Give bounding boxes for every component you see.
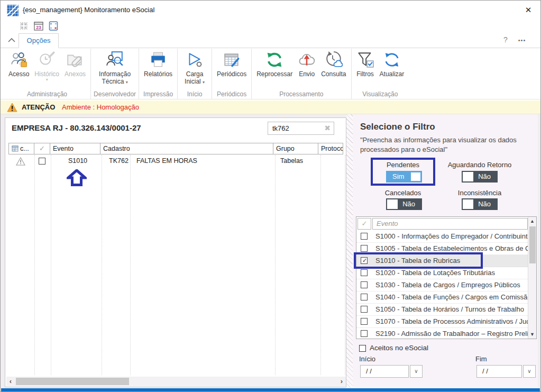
group-caption: Desenvolvedor <box>91 90 139 98</box>
consulta-button[interactable]: Consulta <box>318 50 349 78</box>
filtros-button[interactable]: Filtros <box>354 50 377 78</box>
app-window: {eso_management} Monitoramento eSocial ✕… <box>0 0 541 392</box>
event-checkbox[interactable] <box>361 233 368 240</box>
group-caption: Administração <box>4 90 90 98</box>
toggle-aguardando-retorno[interactable]: Não <box>462 171 498 183</box>
event-row[interactable]: S2190 - Admissão de Trabalhador – Regist… <box>356 328 529 339</box>
event-label: S1000 - Informações do Empregador / Cont… <box>375 232 531 240</box>
cloud-upload-icon <box>298 51 316 69</box>
play-gear-icon <box>186 51 204 69</box>
app-logo-icon <box>7 5 19 16</box>
check-icon: ✓ <box>39 144 45 152</box>
chevron-up-icon[interactable] <box>6 34 17 46</box>
warning-icon <box>7 103 17 112</box>
event-checkbox[interactable] <box>361 306 368 313</box>
scrollbar-thumb[interactable] <box>529 226 536 263</box>
toggle-value: Sim <box>392 171 404 183</box>
tab-opcoes[interactable]: Opções <box>19 33 59 48</box>
warning-title: ATENÇÃO <box>22 101 55 114</box>
dropdown-icon: ▾ <box>203 80 205 85</box>
chevron-down-icon: ∨ <box>414 368 418 374</box>
event-checkbox[interactable] <box>361 257 368 264</box>
toggle-pendentes[interactable]: Sim <box>386 171 422 183</box>
check-icon: ✓ <box>362 220 368 227</box>
acesso-button[interactable]: Acesso <box>6 50 32 78</box>
toggle-cancelados[interactable]: Não <box>386 198 422 210</box>
bottom-accent-bar <box>1 388 540 392</box>
scrollbar-thumb[interactable] <box>16 378 129 385</box>
column-header-check[interactable]: ✓ <box>34 143 50 154</box>
informacao-tecnica-button[interactable]: Informação Técnica ▾ <box>93 50 136 85</box>
event-checkbox[interactable] <box>361 269 368 276</box>
cell-cadastro-codigo: TK762 <box>109 157 129 165</box>
scroll-left-icon[interactable]: ‹ <box>6 377 15 386</box>
event-row[interactable]: S1050 - Tabela de Horários / Turnos de T… <box>356 304 529 316</box>
event-list-scrollbar[interactable]: ▲ ▼ <box>528 217 536 339</box>
filter-check-icon <box>356 51 374 69</box>
company-header: EMPRESA RJ - 80.326.143/0001-27 <box>12 123 141 132</box>
table-row[interactable]: S1010 TK762 FALTAS EM HORAS Tabelas <box>8 156 345 168</box>
cell-evento: S1010 <box>51 157 105 165</box>
event-checkbox[interactable] <box>361 294 368 300</box>
anexos-button[interactable]: Anexos <box>62 50 88 78</box>
group-caption: Periódicos <box>212 90 251 98</box>
periodicos-button[interactable]: Periódicos <box>214 50 249 78</box>
column-header-evento[interactable]: Evento <box>50 143 100 154</box>
group-caption: Visualização <box>352 90 409 98</box>
event-row[interactable]: S1000 - Informações do Empregador / Cont… <box>356 231 529 243</box>
event-list-header: ✓ Evento <box>356 217 529 231</box>
scroll-down-icon[interactable]: ▼ <box>528 330 536 339</box>
search-input[interactable] <box>272 123 318 133</box>
toggle-inconsistencia[interactable]: Não <box>462 198 498 210</box>
help-icon[interactable]: ? <box>500 35 511 44</box>
column-header-protocolo[interactable]: Protocolo <box>318 143 343 154</box>
collapse-icon[interactable] <box>19 21 29 31</box>
ribbon-group-periodicos: Periódicos Periódicos <box>212 49 252 99</box>
event-label: S1030 - Tabela de Cargos / Empregos Públ… <box>375 281 520 289</box>
reprocessar-button[interactable]: Reprocessar <box>254 50 295 78</box>
column-separator <box>320 155 321 375</box>
event-checkbox[interactable] <box>361 281 368 288</box>
event-checkbox[interactable] <box>361 245 368 252</box>
fim-date-field[interactable]: / / <box>476 365 522 378</box>
row-checkbox[interactable] <box>39 158 45 165</box>
event-row[interactable]: S1040 - Tabela de Funções / Cargos em Co… <box>356 291 529 304</box>
calculator-icon[interactable] <box>48 21 59 31</box>
horizontal-scrollbar[interactable]: ‹ › <box>6 377 346 386</box>
relatorios-button[interactable]: Relatórios <box>141 50 175 78</box>
event-checkbox[interactable] <box>361 330 368 337</box>
column-header-c[interactable]: c... <box>8 143 34 154</box>
event-row[interactable]: S1010 - Tabela de Rubricas <box>356 255 529 267</box>
event-checkbox[interactable] <box>361 318 368 325</box>
panel-splitter[interactable] <box>346 114 353 388</box>
envio-button[interactable]: Envio <box>295 50 318 78</box>
event-list-check-header[interactable]: ✓ <box>357 218 371 230</box>
inicio-dropdown-button[interactable]: ∨ <box>410 365 423 378</box>
folder-paperclip-icon <box>66 51 84 69</box>
column-header-grupo[interactable]: Grupo <box>273 143 318 154</box>
group-caption: Impressão <box>139 90 177 98</box>
annotation-arrow-icon <box>67 169 87 186</box>
event-label: S2190 - Admissão de Trabalhador – Regist… <box>375 330 537 338</box>
close-button[interactable]: ✕ <box>520 4 536 16</box>
inicio-date-field[interactable]: / / <box>360 365 409 378</box>
search-box: ✖ <box>268 122 334 135</box>
event-row[interactable]: S1070 - Tabela de Processos Administrati… <box>356 316 529 328</box>
scroll-up-icon[interactable]: ▲ <box>528 217 536 225</box>
event-row[interactable]: S1020 - Tabela de Lotações Tributárias <box>356 267 529 279</box>
carga-inicial-button[interactable]: Carga Inicial ▾ <box>180 50 209 85</box>
scroll-right-icon[interactable]: › <box>337 377 346 386</box>
atualizar-button[interactable]: Atualizar <box>377 50 407 78</box>
event-row[interactable]: S1005 - Tabela de Estabelecimentos e Obr… <box>356 243 529 255</box>
aceitos-checkbox[interactable] <box>359 345 366 352</box>
clear-search-icon[interactable]: ✖ <box>324 124 331 132</box>
more-options-icon[interactable]: ••• <box>515 34 529 47</box>
window-title: {eso_management} Monitoramento eSocial <box>23 1 154 20</box>
fim-dropdown-button[interactable]: ∨ <box>523 365 536 378</box>
calendar-icon[interactable]: 23 <box>33 21 44 31</box>
event-filter-cell[interactable]: Evento <box>372 218 528 230</box>
toggle-label-inconsistencia: Inconsistência <box>437 189 522 197</box>
event-row[interactable]: S1030 - Tabela de Cargos / Empregos Públ… <box>356 279 529 291</box>
historico-button[interactable]: Histórico ▾ <box>32 50 62 82</box>
column-header-cadastro[interactable]: Cadastro <box>100 143 273 154</box>
